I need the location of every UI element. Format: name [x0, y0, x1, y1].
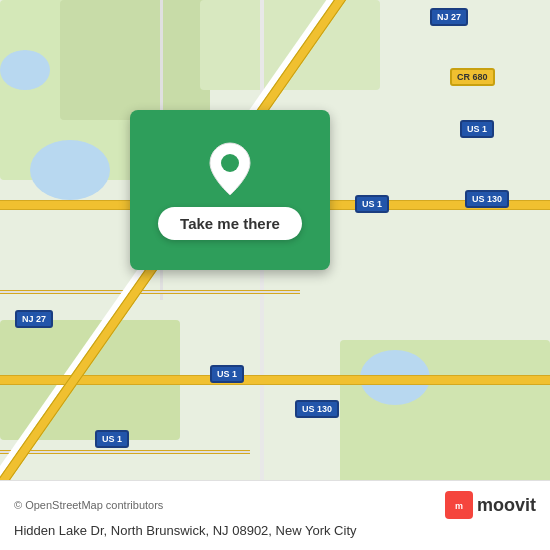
svg-text:m: m — [455, 501, 463, 511]
badge-nj27-left: NJ 27 — [15, 310, 53, 328]
osm-attribution: © OpenStreetMap contributors — [14, 499, 163, 511]
moovit-logo: m moovit — [445, 491, 536, 519]
road-horizontal-4 — [0, 450, 250, 454]
badge-us130-bottom: US 130 — [295, 400, 339, 418]
water-3 — [0, 50, 50, 90]
bottom-bar-top: © OpenStreetMap contributors m moovit — [14, 491, 536, 519]
badge-us130-right: US 130 — [465, 190, 509, 208]
pin-svg — [208, 141, 252, 197]
location-pin — [206, 141, 254, 197]
moovit-logo-svg: m — [449, 495, 469, 515]
badge-us1-bottom: US 1 — [210, 365, 244, 383]
green-area-2 — [60, 0, 210, 120]
road-horizontal-3 — [0, 290, 300, 294]
location-card: Take me there — [130, 110, 330, 270]
badge-us1-bl: US 1 — [95, 430, 129, 448]
address-display: Hidden Lake Dr, North Brunswick, NJ 0890… — [14, 523, 536, 538]
road-horizontal-2 — [0, 375, 550, 385]
map-container: NJ 27 CR 680 US 1 US 1 US 130 NJ 27 US 1… — [0, 0, 550, 550]
badge-us1-mid: US 1 — [355, 195, 389, 213]
svg-point-0 — [221, 154, 239, 172]
bottom-bar: © OpenStreetMap contributors m moovit Hi… — [0, 480, 550, 550]
take-me-there-button[interactable]: Take me there — [158, 207, 302, 240]
water-1 — [30, 140, 110, 200]
road-vertical-1 — [260, 0, 264, 550]
badge-cr680: CR 680 — [450, 68, 495, 86]
badge-us1-right: US 1 — [460, 120, 494, 138]
moovit-brand-text: moovit — [477, 495, 536, 516]
badge-nj27-top: NJ 27 — [430, 8, 468, 26]
moovit-icon: m — [445, 491, 473, 519]
